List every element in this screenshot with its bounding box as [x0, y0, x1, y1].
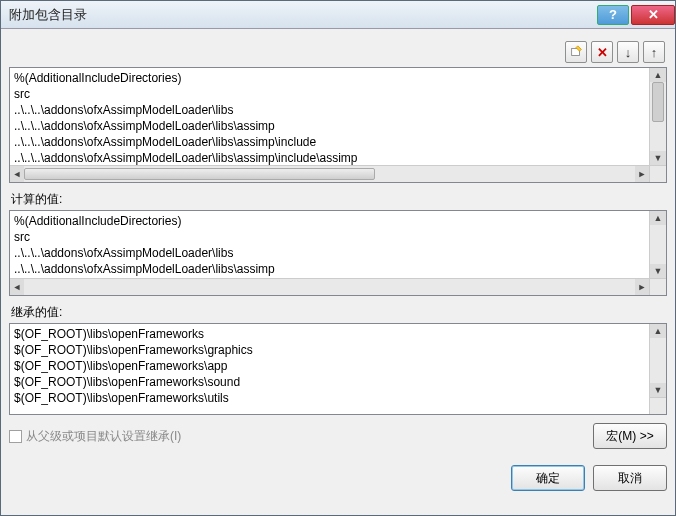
titlebar: 附加包含目录 ? ✕ — [1, 1, 675, 29]
vertical-scrollbar[interactable]: ▲ ▼ — [649, 211, 666, 278]
list-item: ..\..\..\addons\ofxAssimpModelLoader\lib… — [14, 261, 662, 277]
horizontal-scrollbar[interactable]: ◄ ► — [10, 278, 649, 295]
dialog-buttons: 确定 取消 — [9, 459, 667, 491]
vertical-scrollbar[interactable]: ▲ ▼ — [649, 68, 666, 165]
scroll-up-icon[interactable]: ▲ — [650, 324, 666, 338]
scroll-up-icon[interactable]: ▲ — [650, 211, 666, 225]
computed-values-box: %(AdditionalIncludeDirectories) src ..\.… — [9, 210, 667, 296]
scroll-thumb[interactable] — [652, 82, 664, 122]
scroll-down-icon[interactable]: ▼ — [650, 264, 666, 278]
window-title: 附加包含目录 — [9, 6, 595, 24]
close-button[interactable]: ✕ — [631, 5, 675, 25]
window-buttons: ? ✕ — [595, 5, 675, 25]
client-area: ✕ ↓ ↑ %(AdditionalIncludeDirectories) sr… — [1, 29, 675, 515]
scroll-left-icon[interactable]: ◄ — [10, 166, 24, 182]
inherit-checkbox[interactable] — [9, 430, 22, 443]
scroll-down-icon[interactable]: ▼ — [650, 151, 666, 165]
macros-button[interactable]: 宏(M) >> — [593, 423, 667, 449]
inherit-row: 从父级或项目默认设置继承(I) 宏(M) >> — [9, 423, 667, 449]
inherit-checkbox-label[interactable]: 从父级或项目默认设置继承(I) — [9, 428, 181, 445]
list-toolbar: ✕ ↓ ↑ — [9, 37, 667, 67]
inherited-values-box: $(OF_ROOT)\libs\openFrameworks $(OF_ROOT… — [9, 323, 667, 415]
list-item[interactable]: ..\..\..\addons\ofxAssimpModelLoader\lib… — [14, 134, 662, 150]
move-down-button[interactable]: ↓ — [617, 41, 639, 63]
inherit-checkbox-text: 从父级或项目默认设置继承(I) — [26, 428, 181, 445]
new-line-button[interactable] — [565, 41, 587, 63]
list-item[interactable]: ..\..\..\addons\ofxAssimpModelLoader\lib… — [14, 150, 662, 166]
scroll-corner — [649, 278, 666, 295]
horizontal-scrollbar[interactable]: ◄ ► — [10, 165, 649, 182]
computed-values-label: 计算的值: — [11, 191, 667, 208]
cancel-button[interactable]: 取消 — [593, 465, 667, 491]
list-item[interactable]: %(AdditionalIncludeDirectories) — [14, 70, 662, 86]
list-item: ..\..\..\addons\ofxAssimpModelLoader\lib… — [14, 245, 662, 261]
scroll-left-icon[interactable]: ◄ — [10, 279, 24, 295]
ok-button[interactable]: 确定 — [511, 465, 585, 491]
delete-line-button[interactable]: ✕ — [591, 41, 613, 63]
scroll-down-icon[interactable]: ▼ — [650, 383, 666, 397]
vertical-scrollbar[interactable]: ▲ ▼ — [649, 324, 666, 397]
scroll-corner — [649, 165, 666, 182]
move-up-button[interactable]: ↑ — [643, 41, 665, 63]
list-item: src — [14, 229, 662, 245]
inherited-values-label: 继承的值: — [11, 304, 667, 321]
scroll-right-icon[interactable]: ► — [635, 279, 649, 295]
list-item: $(OF_ROOT)\libs\openFrameworks\graphics — [14, 342, 662, 358]
list-item: $(OF_ROOT)\libs\openFrameworks — [14, 326, 662, 342]
list-item[interactable]: src — [14, 86, 662, 102]
scroll-corner — [649, 397, 666, 414]
help-button[interactable]: ? — [597, 5, 629, 25]
list-item: %(AdditionalIncludeDirectories) — [14, 213, 662, 229]
inherited-values-list: $(OF_ROOT)\libs\openFrameworks $(OF_ROOT… — [10, 324, 666, 414]
dialog-additional-include-directories: 附加包含目录 ? ✕ ✕ ↓ ↑ %(AdditionalIncludeDire… — [0, 0, 676, 516]
list-item: $(OF_ROOT)\libs\openFrameworks\utils — [14, 390, 662, 406]
scroll-right-icon[interactable]: ► — [635, 166, 649, 182]
directories-editor[interactable]: %(AdditionalIncludeDirectories) src ..\.… — [9, 67, 667, 183]
list-item: $(OF_ROOT)\libs\openFrameworks\app — [14, 358, 662, 374]
list-item[interactable]: ..\..\..\addons\ofxAssimpModelLoader\lib… — [14, 118, 662, 134]
list-item: $(OF_ROOT)\libs\openFrameworks\sound — [14, 374, 662, 390]
list-item[interactable]: ..\..\..\addons\ofxAssimpModelLoader\lib… — [14, 102, 662, 118]
scroll-up-icon[interactable]: ▲ — [650, 68, 666, 82]
scroll-thumb[interactable] — [24, 168, 375, 180]
